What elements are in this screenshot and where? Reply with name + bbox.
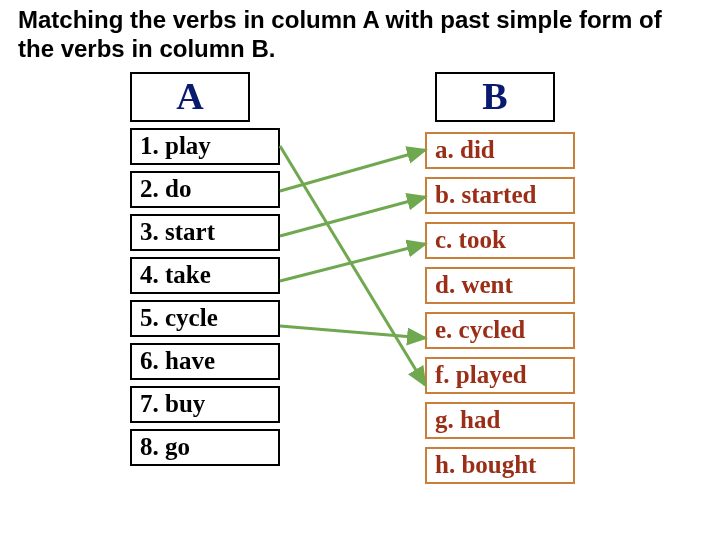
verb-item: 2. do <box>130 171 280 208</box>
verb-item: 6. have <box>130 343 280 380</box>
verb-item: 1. play <box>130 128 280 165</box>
past-item: e. cycled <box>425 312 575 349</box>
past-item: d. went <box>425 267 575 304</box>
column-a-header: A <box>130 72 250 122</box>
past-item: c. took <box>425 222 575 259</box>
verb-item: 3. start <box>130 214 280 251</box>
svg-line-4 <box>280 326 425 338</box>
verb-item: 5. cycle <box>130 300 280 337</box>
past-item: b. started <box>425 177 575 214</box>
verb-item: 8. go <box>130 429 280 466</box>
past-item: f. played <box>425 357 575 394</box>
verb-item: 4. take <box>130 257 280 294</box>
svg-line-2 <box>280 197 425 236</box>
match-arrows <box>0 0 720 540</box>
past-item: h. bought <box>425 447 575 484</box>
column-a: 1. play 2. do 3. start 4. take 5. cycle … <box>130 128 280 472</box>
past-item: g. had <box>425 402 575 439</box>
svg-line-3 <box>280 244 425 281</box>
past-item: a. did <box>425 132 575 169</box>
svg-line-0 <box>280 146 425 385</box>
instruction-text: Matching the verbs in column A with past… <box>18 6 702 64</box>
column-b: a. did b. started c. took d. went e. cyc… <box>425 132 575 492</box>
column-b-header: B <box>435 72 555 122</box>
svg-line-1 <box>280 150 425 191</box>
verb-item: 7. buy <box>130 386 280 423</box>
